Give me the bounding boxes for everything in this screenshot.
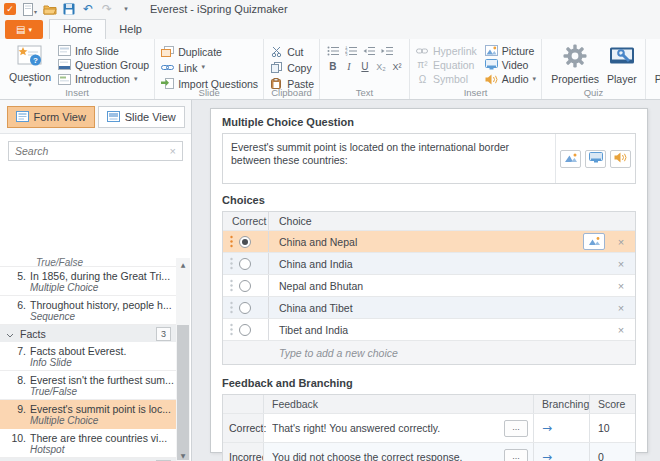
subscript-button[interactable]: X₂ [374,62,388,72]
choice-row[interactable]: Tibet and India × [223,318,635,340]
preview-button[interactable]: Preview ▾ [652,42,660,86]
tab-slide-view[interactable]: Slide View [98,106,186,128]
score-value-correct[interactable]: 10 [589,414,635,442]
equation-button[interactable]: π² Equation [416,58,477,71]
tab-form-view[interactable]: Form View [7,106,95,128]
feedback-more-button[interactable]: ... [504,449,528,461]
scrollbar-thumb[interactable] [177,325,189,460]
add-audio-button[interactable] [610,150,631,168]
choice-text[interactable]: China and Nepal [269,236,583,248]
increase-indent-button[interactable] [380,44,396,57]
form-view-icon [16,111,29,124]
drag-handle-icon[interactable] [230,301,233,314]
choice-text[interactable]: Nepal and Bhutan [269,280,607,292]
sidebar-scrollbar[interactable]: ▲ ▼ [176,258,190,461]
list-item[interactable]: 6.Throughout history, people h... Sequen… [0,296,177,325]
hyperlink-button[interactable]: Hyperlink [416,44,477,57]
app-menu-button[interactable]: ▤ ▾ [5,20,43,39]
drag-handle-icon[interactable] [230,235,233,248]
choice-text[interactable]: China and Tibet [269,302,607,314]
choice-row[interactable]: Nepal and Bhutan × [223,274,635,296]
cut-button[interactable]: Cut [270,44,314,59]
correct-radio[interactable] [239,258,251,270]
question-button[interactable]: ? Question ▾ [6,42,54,86]
feedback-more-button[interactable]: ... [504,420,528,437]
collapse-chevron-icon [6,328,14,340]
choice-row-selected[interactable]: China and Nepal × [223,230,635,252]
choice-text[interactable]: Tibet and India [269,324,607,336]
branching-arrow-icon[interactable]: → [542,450,552,461]
numbered-list-button[interactable]: 123 [344,44,360,57]
redo-button[interactable]: ↷ [100,2,114,16]
svg-text:▾: ▾ [34,9,37,15]
choice-row[interactable]: China and India × [223,252,635,274]
delete-choice-icon[interactable]: × [607,258,635,270]
undo-button[interactable]: ↶ [81,2,95,16]
question-text[interactable]: Everest's summit point is located on the… [223,134,555,183]
correct-radio[interactable] [239,324,251,336]
tab-home[interactable]: Home [49,19,106,39]
duplicate-button[interactable]: Duplicate [161,44,258,59]
new-document-button[interactable]: ▾ [22,2,38,16]
feedback-text-incorrect[interactable]: You did not choose the correct response. [272,451,504,461]
add-picture-button[interactable] [560,150,581,168]
picture-button[interactable]: Picture [485,44,536,57]
list-item-partial[interactable]: True/False [0,258,177,267]
branching-arrow-icon[interactable]: → [542,421,552,435]
underline-button[interactable]: U [358,61,372,72]
bullet-list-button[interactable] [326,44,342,57]
add-video-button[interactable] [585,150,606,168]
question-group-button[interactable]: Question Group [58,58,149,71]
superscript-button[interactable]: X² [390,62,404,72]
choice-picture-button[interactable] [583,233,605,250]
correct-radio[interactable] [239,302,251,314]
decrease-indent-button[interactable] [362,44,378,57]
delete-choice-icon[interactable]: × [607,280,635,292]
scroll-up-icon[interactable]: ▲ [176,258,190,270]
choice-row[interactable]: China and Tibet × [223,296,635,318]
score-value-incorrect[interactable]: 0 [589,443,635,461]
audio-button[interactable]: Audio ▾ [485,73,536,86]
scroll-down-icon[interactable]: ▼ [176,449,190,461]
italic-button[interactable]: I [342,61,356,72]
feedback-text-correct[interactable]: That's right! You answered correctly. [272,422,504,434]
introduction-button[interactable]: Introduction ▾ [58,73,149,86]
list-item[interactable]: 10.There are three countries vi... Hotsp… [0,429,177,458]
quick-access-customize-button[interactable]: ▾ [119,2,133,16]
delete-choice-icon[interactable]: × [607,302,635,314]
list-item-selected[interactable]: 9.Everest's summit point is loc... Multi… [0,400,177,429]
group-label-insert-media: Insert [410,87,541,98]
symbol-button[interactable]: Ω Symbol [416,73,477,86]
info-slide-button[interactable]: Info Slide [58,44,149,57]
correct-radio[interactable] [239,236,251,248]
symbol-icon: Ω [416,74,429,85]
drag-handle-icon[interactable] [230,257,233,270]
link-button[interactable]: Link ▾ [161,60,258,75]
tab-help[interactable]: Help [106,20,155,39]
delete-choice-icon[interactable]: × [607,236,635,248]
column-header-branching: Branching [533,395,589,413]
clear-search-icon[interactable]: × [170,145,176,157]
column-header-feedback: Feedback [263,395,533,413]
delete-choice-icon[interactable]: × [607,324,635,336]
question-text-box[interactable]: Everest's summit point is located on the… [222,133,636,184]
copy-button[interactable]: Copy [270,60,314,75]
group-header-facts[interactable]: Facts 3 [0,325,177,342]
choice-text[interactable]: China and India [269,258,607,270]
question-group-label: Question Group [75,59,149,71]
add-choice-row[interactable]: Type to add a new choice [223,340,635,364]
video-button[interactable]: Video [485,58,536,71]
list-item[interactable]: 5.In 1856, during the Great Tri... Multi… [0,267,177,296]
search-input[interactable] [15,145,170,157]
ribbon-group-clipboard: Cut Copy Paste Clipboard [264,39,320,99]
list-item[interactable]: 8.Everest isn't the furthest sum... True… [0,371,177,400]
drag-handle-icon[interactable] [230,323,233,336]
bold-button[interactable]: B [326,61,340,72]
save-button[interactable] [62,2,76,16]
drag-handle-icon[interactable] [230,279,233,292]
correct-radio[interactable] [239,280,251,292]
open-button[interactable] [43,2,57,16]
properties-button[interactable]: Properties [548,42,602,86]
player-button[interactable]: Player [604,42,640,86]
list-item[interactable]: 7.Facts about Everest. Info Slide [0,342,177,371]
